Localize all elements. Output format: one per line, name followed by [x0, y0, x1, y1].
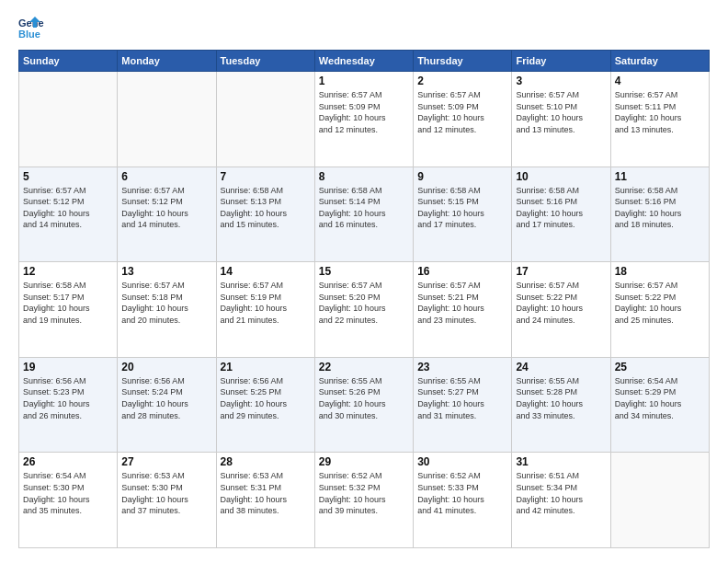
calendar-header-row: SundayMondayTuesdayWednesdayThursdayFrid…	[19, 51, 710, 72]
day-number: 16	[417, 265, 507, 278]
day-info: Sunrise: 6:57 AM Sunset: 5:09 PM Dayligh…	[319, 89, 409, 135]
day-number: 11	[615, 170, 705, 183]
day-info: Sunrise: 6:57 AM Sunset: 5:20 PM Dayligh…	[319, 280, 409, 326]
day-number: 4	[615, 75, 705, 87]
day-number: 20	[121, 361, 211, 373]
calendar-cell: 12Sunrise: 6:58 AM Sunset: 5:17 PM Dayli…	[19, 262, 118, 358]
col-header-tuesday: Tuesday	[216, 51, 314, 72]
col-header-friday: Friday	[512, 51, 610, 72]
day-number: 30	[417, 455, 507, 468]
calendar-cell: 29Sunrise: 6:52 AM Sunset: 5:32 PM Dayli…	[314, 453, 413, 548]
page: General Blue SundayMondayTuesdayWednesda…	[0, 0, 728, 563]
week-row-4: 19Sunrise: 6:56 AM Sunset: 5:23 PM Dayli…	[19, 357, 710, 453]
day-number: 15	[319, 265, 409, 278]
calendar-cell: 31Sunrise: 6:51 AM Sunset: 5:34 PM Dayli…	[512, 453, 610, 548]
day-info: Sunrise: 6:58 AM Sunset: 5:16 PM Dayligh…	[615, 185, 705, 231]
calendar-cell: 26Sunrise: 6:54 AM Sunset: 5:30 PM Dayli…	[19, 453, 118, 548]
calendar-cell: 23Sunrise: 6:55 AM Sunset: 5:27 PM Dayli…	[414, 357, 512, 453]
day-info: Sunrise: 6:54 AM Sunset: 5:30 PM Dayligh…	[23, 470, 113, 516]
calendar-cell: 13Sunrise: 6:57 AM Sunset: 5:18 PM Dayli…	[118, 262, 216, 358]
day-info: Sunrise: 6:58 AM Sunset: 5:16 PM Dayligh…	[516, 185, 606, 231]
day-info: Sunrise: 6:55 AM Sunset: 5:26 PM Dayligh…	[319, 375, 409, 421]
calendar-cell: 18Sunrise: 6:57 AM Sunset: 5:22 PM Dayli…	[610, 262, 709, 358]
calendar-cell: 16Sunrise: 6:57 AM Sunset: 5:21 PM Dayli…	[414, 262, 512, 358]
day-info: Sunrise: 6:57 AM Sunset: 5:18 PM Dayligh…	[121, 280, 211, 326]
day-info: Sunrise: 6:56 AM Sunset: 5:23 PM Dayligh…	[23, 375, 113, 421]
day-number: 5	[23, 170, 113, 183]
col-header-sunday: Sunday	[19, 51, 118, 72]
day-number: 25	[615, 361, 705, 373]
day-number: 13	[121, 265, 211, 278]
svg-text:General: General	[18, 17, 44, 29]
week-row-3: 12Sunrise: 6:58 AM Sunset: 5:17 PM Dayli…	[19, 262, 710, 358]
calendar-cell: 5Sunrise: 6:57 AM Sunset: 5:12 PM Daylig…	[19, 167, 118, 262]
day-info: Sunrise: 6:53 AM Sunset: 5:31 PM Dayligh…	[221, 470, 311, 516]
calendar-cell: 1Sunrise: 6:57 AM Sunset: 5:09 PM Daylig…	[314, 72, 413, 167]
day-info: Sunrise: 6:57 AM Sunset: 5:22 PM Dayligh…	[615, 280, 705, 326]
calendar-cell: 28Sunrise: 6:53 AM Sunset: 5:31 PM Dayli…	[216, 453, 314, 548]
day-info: Sunrise: 6:57 AM Sunset: 5:12 PM Dayligh…	[23, 185, 113, 231]
calendar-cell: 9Sunrise: 6:58 AM Sunset: 5:15 PM Daylig…	[414, 167, 512, 262]
calendar-cell	[118, 72, 216, 167]
day-info: Sunrise: 6:57 AM Sunset: 5:22 PM Dayligh…	[516, 280, 606, 326]
calendar-cell: 4Sunrise: 6:57 AM Sunset: 5:11 PM Daylig…	[610, 72, 709, 167]
day-number: 22	[319, 361, 409, 373]
calendar-cell: 17Sunrise: 6:57 AM Sunset: 5:22 PM Dayli…	[512, 262, 610, 358]
calendar-cell: 19Sunrise: 6:56 AM Sunset: 5:23 PM Dayli…	[19, 357, 118, 453]
calendar-cell: 6Sunrise: 6:57 AM Sunset: 5:12 PM Daylig…	[118, 167, 216, 262]
day-info: Sunrise: 6:58 AM Sunset: 5:17 PM Dayligh…	[23, 280, 113, 326]
day-number: 1	[319, 75, 409, 87]
day-info: Sunrise: 6:57 AM Sunset: 5:19 PM Dayligh…	[221, 280, 311, 326]
calendar-cell: 24Sunrise: 6:55 AM Sunset: 5:28 PM Dayli…	[512, 357, 610, 453]
day-number: 28	[221, 455, 311, 468]
day-number: 14	[221, 265, 311, 278]
day-number: 8	[319, 170, 409, 183]
calendar-cell: 10Sunrise: 6:58 AM Sunset: 5:16 PM Dayli…	[512, 167, 610, 262]
day-number: 6	[121, 170, 211, 183]
day-number: 19	[23, 361, 113, 373]
day-number: 7	[221, 170, 311, 183]
calendar-cell	[19, 72, 118, 167]
col-header-saturday: Saturday	[610, 51, 709, 72]
calendar-cell	[610, 453, 709, 548]
calendar-cell: 8Sunrise: 6:58 AM Sunset: 5:14 PM Daylig…	[314, 167, 413, 262]
day-number: 12	[23, 265, 113, 278]
day-number: 24	[516, 361, 606, 373]
calendar-cell: 27Sunrise: 6:53 AM Sunset: 5:30 PM Dayli…	[118, 453, 216, 548]
calendar-cell: 20Sunrise: 6:56 AM Sunset: 5:24 PM Dayli…	[118, 357, 216, 453]
calendar-cell: 15Sunrise: 6:57 AM Sunset: 5:20 PM Dayli…	[314, 262, 413, 358]
day-number: 10	[516, 170, 606, 183]
day-info: Sunrise: 6:56 AM Sunset: 5:25 PM Dayligh…	[221, 375, 311, 421]
week-row-2: 5Sunrise: 6:57 AM Sunset: 5:12 PM Daylig…	[19, 167, 710, 262]
day-number: 21	[221, 361, 311, 373]
calendar-cell: 11Sunrise: 6:58 AM Sunset: 5:16 PM Dayli…	[610, 167, 709, 262]
day-info: Sunrise: 6:51 AM Sunset: 5:34 PM Dayligh…	[516, 470, 606, 516]
calendar-cell: 22Sunrise: 6:55 AM Sunset: 5:26 PM Dayli…	[314, 357, 413, 453]
calendar-cell: 7Sunrise: 6:58 AM Sunset: 5:13 PM Daylig…	[216, 167, 314, 262]
day-number: 2	[417, 75, 507, 87]
header: General Blue	[18, 15, 710, 40]
day-info: Sunrise: 6:57 AM Sunset: 5:10 PM Dayligh…	[516, 89, 606, 135]
day-info: Sunrise: 6:55 AM Sunset: 5:28 PM Dayligh…	[516, 375, 606, 421]
calendar-cell: 30Sunrise: 6:52 AM Sunset: 5:33 PM Dayli…	[414, 453, 512, 548]
day-number: 23	[417, 361, 507, 373]
day-info: Sunrise: 6:53 AM Sunset: 5:30 PM Dayligh…	[121, 470, 211, 516]
day-number: 3	[516, 75, 606, 87]
day-number: 27	[121, 455, 211, 468]
calendar-cell: 3Sunrise: 6:57 AM Sunset: 5:10 PM Daylig…	[512, 72, 610, 167]
week-row-1: 1Sunrise: 6:57 AM Sunset: 5:09 PM Daylig…	[19, 72, 710, 167]
calendar-cell: 25Sunrise: 6:54 AM Sunset: 5:29 PM Dayli…	[610, 357, 709, 453]
day-info: Sunrise: 6:54 AM Sunset: 5:29 PM Dayligh…	[615, 375, 705, 421]
svg-text:Blue: Blue	[18, 29, 40, 40]
col-header-thursday: Thursday	[414, 51, 512, 72]
col-header-wednesday: Wednesday	[314, 51, 413, 72]
day-info: Sunrise: 6:57 AM Sunset: 5:11 PM Dayligh…	[615, 89, 705, 135]
day-info: Sunrise: 6:57 AM Sunset: 5:21 PM Dayligh…	[417, 280, 507, 326]
calendar-table: SundayMondayTuesdayWednesdayThursdayFrid…	[18, 50, 710, 548]
day-info: Sunrise: 6:57 AM Sunset: 5:09 PM Dayligh…	[417, 89, 507, 135]
logo-icon: General Blue	[18, 15, 44, 40]
day-info: Sunrise: 6:52 AM Sunset: 5:32 PM Dayligh…	[319, 470, 409, 516]
calendar-cell	[216, 72, 314, 167]
day-number: 26	[23, 455, 113, 468]
calendar-cell: 14Sunrise: 6:57 AM Sunset: 5:19 PM Dayli…	[216, 262, 314, 358]
